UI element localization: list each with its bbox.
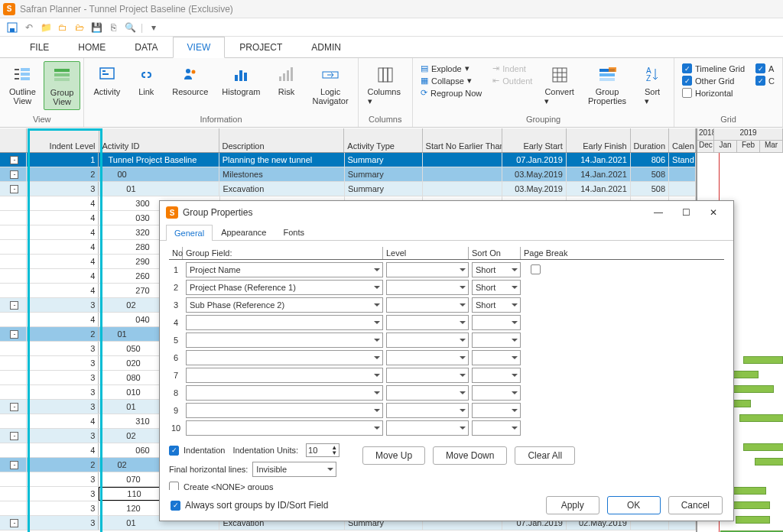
- col-early-finish[interactable]: Early Finish: [567, 128, 631, 152]
- apply-button[interactable]: Apply: [546, 496, 599, 514]
- level-select[interactable]: [386, 297, 469, 313]
- level-select[interactable]: [386, 420, 469, 436]
- outline-view-button[interactable]: Outline View: [3, 61, 42, 109]
- convert-button[interactable]: Convert▾: [538, 61, 580, 109]
- activity-id-cell[interactable]: Tunnel Project Baseline: [99, 153, 219, 167]
- tab-home[interactable]: HOME: [63, 37, 120, 58]
- level-select[interactable]: [386, 332, 469, 348]
- expander-icon[interactable]: -: [10, 156, 18, 164]
- table-row[interactable]: -200MilestonesSummary03.May.201914.Jan.2…: [0, 167, 696, 182]
- indent-units-spinner[interactable]: 10▲▼: [306, 443, 340, 457]
- col-snet[interactable]: Start No Earlier Than: [423, 128, 502, 152]
- tab-general[interactable]: General: [166, 225, 213, 241]
- col-activity-type[interactable]: Activity Type: [344, 128, 422, 152]
- regroup-button[interactable]: ⟳Regroup Now: [419, 87, 483, 99]
- minimize-button[interactable]: —: [645, 203, 672, 222]
- sort-select[interactable]: [472, 403, 521, 418]
- gantt-bar[interactable]: [728, 501, 770, 509]
- logic-nav-button[interactable]: Logic Navigator: [306, 61, 354, 109]
- move-down-button[interactable]: Move Down: [433, 446, 507, 465]
- group-field-select[interactable]: [186, 332, 383, 348]
- risk-button[interactable]: Risk: [268, 61, 304, 99]
- group-field-select[interactable]: [186, 350, 383, 365]
- desc-cell[interactable]: Planning the new tunnel: [219, 153, 345, 167]
- move-up-button[interactable]: Move Up: [362, 446, 425, 465]
- folder-icon[interactable]: 🗀: [57, 21, 69, 34]
- group-field-select[interactable]: Project Phase (Reference 1): [186, 280, 383, 295]
- col-duration[interactable]: Duration: [631, 128, 669, 152]
- snet-cell[interactable]: [423, 167, 502, 181]
- expander-icon[interactable]: -: [10, 519, 18, 527]
- horizontal-check[interactable]: Horizontal: [681, 87, 746, 99]
- ok-button[interactable]: OK: [607, 496, 661, 514]
- col-activity-id[interactable]: Activity ID: [99, 128, 219, 152]
- indentation-check[interactable]: ✓Indentation: [169, 446, 225, 456]
- sort-select[interactable]: [472, 350, 521, 365]
- gantt-bar[interactable]: [755, 458, 783, 466]
- timeline-grid-check[interactable]: ✓Timeline Grid: [681, 63, 746, 74]
- always-sort-check[interactable]: ✓Always sort groups by ID/Sort Field: [171, 500, 328, 511]
- gantt-bar[interactable]: [743, 443, 783, 451]
- a-check[interactable]: ✓A: [754, 63, 776, 74]
- col-calendar[interactable]: Calen: [669, 128, 696, 152]
- level-select[interactable]: [386, 350, 469, 365]
- save-icon[interactable]: [6, 21, 18, 34]
- sort-button[interactable]: AZSort▾: [634, 61, 671, 109]
- tab-data[interactable]: DATA: [120, 37, 172, 58]
- tab-admin[interactable]: ADMIN: [297, 37, 356, 58]
- preview-icon[interactable]: 🔍: [124, 21, 136, 34]
- group-field-select[interactable]: [186, 420, 383, 436]
- link-button[interactable]: Link: [128, 61, 164, 99]
- explode-button[interactable]: ▤Explode ▾: [419, 63, 483, 74]
- activity-button[interactable]: Activity: [87, 61, 126, 99]
- level-select[interactable]: [386, 280, 469, 295]
- save-as-icon[interactable]: 💾: [90, 21, 102, 34]
- desc-cell[interactable]: Milestones: [219, 167, 345, 181]
- expander-icon[interactable]: -: [10, 432, 18, 440]
- histogram-button[interactable]: Histogram: [216, 61, 266, 99]
- sort-select[interactable]: [472, 332, 521, 348]
- expander-icon[interactable]: -: [10, 330, 18, 339]
- gantt-bar[interactable]: [736, 516, 770, 524]
- page-break-check[interactable]: [531, 264, 541, 274]
- table-row[interactable]: -1Tunnel Project BaselinePlanning the ne…: [0, 153, 696, 167]
- level-select[interactable]: [386, 368, 469, 383]
- close-button[interactable]: ✕: [700, 203, 727, 222]
- resource-button[interactable]: Resource: [166, 61, 214, 99]
- col-early-start[interactable]: Early Start: [502, 128, 567, 152]
- sort-select[interactable]: Short: [472, 280, 521, 295]
- sort-select[interactable]: Short: [472, 297, 521, 313]
- activity-id-cell[interactable]: 01: [99, 182, 219, 196]
- tab-file[interactable]: FILE: [15, 37, 63, 58]
- tab-project[interactable]: PROJECT: [225, 37, 297, 58]
- group-field-select[interactable]: [186, 315, 383, 330]
- expander-icon[interactable]: -: [10, 185, 18, 193]
- folder-open-icon[interactable]: 📁: [40, 21, 52, 34]
- level-select[interactable]: [386, 385, 469, 401]
- gantt-bar[interactable]: [739, 414, 783, 422]
- tab-fonts[interactable]: Fonts: [275, 224, 313, 240]
- activity-id-cell[interactable]: 00: [99, 167, 219, 181]
- collapse-button[interactable]: ▦Collapse ▾: [419, 75, 483, 86]
- group-view-button[interactable]: Group View: [44, 61, 81, 110]
- group-field-select[interactable]: Project Name: [186, 262, 383, 277]
- sort-select[interactable]: [472, 315, 521, 330]
- group-field-select[interactable]: Sub Phase (Reference 2): [186, 297, 383, 313]
- col-description[interactable]: Description: [219, 128, 345, 152]
- gantt-bar[interactable]: [743, 356, 783, 364]
- group-properties-button[interactable]: Group Properties: [582, 61, 632, 109]
- outdent-button[interactable]: ⇤Outdent: [491, 75, 534, 86]
- snet-cell[interactable]: [423, 182, 502, 196]
- expander-icon[interactable]: -: [10, 170, 18, 179]
- snet-cell[interactable]: [423, 153, 502, 167]
- clear-all-button[interactable]: Clear All: [515, 446, 575, 465]
- group-field-select[interactable]: [186, 403, 383, 418]
- columns-button[interactable]: Columns ▾: [362, 61, 409, 109]
- indent-button[interactable]: ⇥Indent: [491, 63, 534, 74]
- copy-icon[interactable]: ⎘: [107, 21, 119, 34]
- expander-icon[interactable]: -: [10, 403, 18, 411]
- sort-select[interactable]: [472, 368, 521, 383]
- sort-select[interactable]: [472, 420, 521, 436]
- col-indent[interactable]: Indent Level: [27, 128, 99, 152]
- level-select[interactable]: [386, 262, 469, 277]
